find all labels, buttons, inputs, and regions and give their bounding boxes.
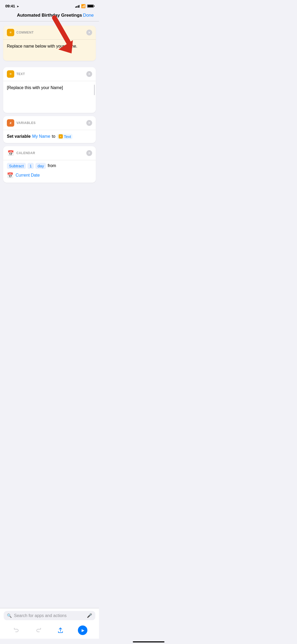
text-mini-icon: ≡ bbox=[59, 134, 63, 139]
wifi-icon: 📶 bbox=[81, 4, 86, 8]
calendar-icon: 📅 bbox=[7, 149, 14, 157]
my-name-variable[interactable]: My Name bbox=[32, 134, 50, 139]
comment-card-body: Replace name below with your name. bbox=[3, 40, 96, 61]
comment-type-label: COMMENT bbox=[16, 31, 34, 34]
subtract-label[interactable]: Subtract bbox=[7, 163, 26, 169]
comment-close-button[interactable]: × bbox=[86, 30, 92, 35]
to-label: to bbox=[52, 134, 55, 139]
text-variable-pill[interactable]: ≡ Text bbox=[57, 134, 73, 139]
status-time-area: 09:41 ➤ bbox=[5, 4, 19, 8]
scroll-indicator bbox=[94, 85, 95, 95]
variables-card-body: Set variable My Name to ≡ Text bbox=[3, 130, 96, 143]
comment-card-header: ≡ COMMENT × bbox=[3, 26, 96, 40]
calendar-current-date-row: 📅 Current Date bbox=[7, 172, 92, 179]
current-date-label: Current Date bbox=[16, 173, 40, 178]
from-label: from bbox=[48, 163, 56, 168]
set-variable-label: Set variable bbox=[7, 134, 31, 139]
text-card-header: ≡ TEXT × bbox=[3, 67, 96, 81]
text-card-body[interactable]: [Replace this with your Name] bbox=[3, 81, 96, 113]
done-button[interactable]: Done bbox=[83, 13, 94, 18]
page-header: Automated Birthday Greetings Done bbox=[0, 11, 99, 21]
calendar-card-body: Subtract 1 day from 📅 Current Date bbox=[3, 160, 96, 183]
location-icon: ➤ bbox=[17, 5, 19, 8]
variables-card: x VARIABLES × Set variable My Name to ≡ … bbox=[3, 116, 96, 143]
status-bar: 09:41 ➤ 📶 bbox=[0, 0, 99, 11]
text-icon: ≡ bbox=[7, 70, 14, 78]
text-close-button[interactable]: × bbox=[86, 71, 92, 77]
text-card: ≡ TEXT × [Replace this with your Name] bbox=[3, 67, 96, 113]
comment-card: ≡ COMMENT × Replace name below with your… bbox=[3, 26, 96, 61]
calendar-type-label: CALENDAR bbox=[16, 151, 35, 155]
comment-icon: ≡ bbox=[7, 29, 14, 36]
variables-close-button[interactable]: × bbox=[86, 120, 92, 126]
status-icons: 📶 bbox=[75, 4, 94, 8]
variables-card-header: x VARIABLES × bbox=[3, 116, 96, 130]
day-label[interactable]: day bbox=[35, 163, 46, 169]
calendar-card: 📅 CALENDAR × Subtract 1 day from 📅 Curre… bbox=[3, 146, 96, 183]
text-type-label: TEXT bbox=[16, 72, 25, 76]
calendar-close-button[interactable]: × bbox=[86, 150, 92, 156]
signal-bars-icon bbox=[75, 4, 80, 8]
variables-type-label: VARIABLES bbox=[16, 121, 36, 125]
day-number[interactable]: 1 bbox=[27, 163, 34, 169]
status-time: 09:41 bbox=[5, 4, 15, 8]
battery-icon bbox=[87, 4, 94, 8]
variables-icon: x bbox=[7, 119, 14, 127]
page-title: Automated Birthday Greetings bbox=[17, 13, 82, 18]
calendar-card-header: 📅 CALENDAR × bbox=[3, 146, 96, 160]
main-content: ≡ COMMENT × Replace name below with your… bbox=[0, 21, 99, 187]
